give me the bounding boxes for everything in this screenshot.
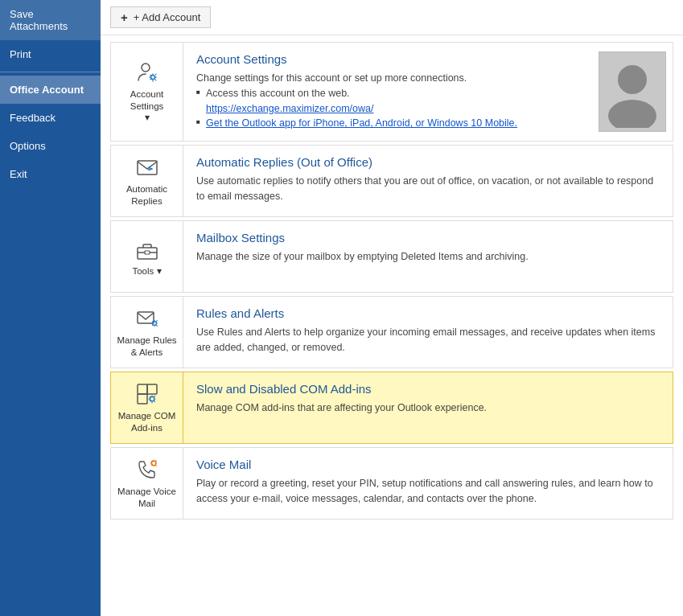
svg-rect-7 bbox=[145, 251, 150, 254]
rules-alerts-icon-box[interactable]: Manage Rules& Alerts bbox=[111, 297, 183, 368]
mailbox-settings-icon-box[interactable]: Tools ▾ bbox=[111, 221, 183, 292]
svg-point-0 bbox=[142, 64, 150, 72]
rules-alerts-card: Manage Rules& Alerts Rules and Alerts Us… bbox=[110, 296, 673, 368]
voice-mail-card: Manage VoiceMail Voice Mail Play or reco… bbox=[110, 447, 673, 519]
profile-photo bbox=[592, 43, 673, 141]
sidebar-divider bbox=[0, 72, 101, 72]
account-settings-icon bbox=[134, 60, 160, 85]
mailbox-settings-body: Mailbox Settings Manage the size of your… bbox=[183, 221, 673, 292]
voice-mail-desc: Play or record a greeting, reset your PI… bbox=[196, 476, 660, 507]
automatic-replies-card: AutomaticReplies Automatic Replies (Out … bbox=[110, 145, 673, 217]
main-content: + + Add Account Account Settings▾ bbox=[101, 0, 683, 616]
sidebar-item-options[interactable]: Options bbox=[0, 132, 101, 160]
svg-rect-4 bbox=[138, 161, 157, 175]
com-addins-card: Manage COMAdd-ins Slow and Disabled COM … bbox=[110, 372, 673, 444]
svg-rect-11 bbox=[147, 384, 157, 394]
mailbox-settings-icon bbox=[134, 236, 160, 262]
mailbox-settings-label: Tools ▾ bbox=[132, 265, 161, 277]
com-addins-label: Manage COMAdd-ins bbox=[118, 410, 176, 434]
account-settings-card: Account Settings▾ Account Settings Chang… bbox=[110, 42, 673, 142]
settings-list: Account Settings▾ Account Settings Chang… bbox=[101, 35, 683, 526]
account-settings-label: Account Settings▾ bbox=[116, 88, 178, 125]
voice-mail-body: Voice Mail Play or record a greeting, re… bbox=[183, 448, 673, 519]
sidebar-item-feedback[interactable]: Feedback bbox=[0, 104, 101, 132]
voice-mail-title: Voice Mail bbox=[196, 458, 660, 471]
mailbox-settings-desc: Manage the size of your mailbox by empty… bbox=[196, 249, 660, 265]
account-settings-icon-box[interactable]: Account Settings▾ bbox=[111, 43, 183, 141]
automatic-replies-icon-box[interactable]: AutomaticReplies bbox=[111, 146, 183, 216]
rules-alerts-label: Manage Rules& Alerts bbox=[117, 335, 176, 359]
voice-mail-label: Manage VoiceMail bbox=[117, 486, 176, 510]
sidebar-item-office-account[interactable]: Office Account bbox=[0, 76, 101, 104]
automatic-replies-body: Automatic Replies (Out of Office) Use au… bbox=[183, 146, 673, 216]
svg-rect-12 bbox=[138, 394, 147, 404]
add-account-button[interactable]: + + Add Account bbox=[110, 6, 211, 28]
automatic-replies-desc: Use automatic replies to notify others t… bbox=[196, 174, 660, 204]
voice-mail-icon bbox=[134, 457, 160, 483]
avatar bbox=[599, 51, 666, 132]
rules-alerts-title: Rules and Alerts bbox=[196, 306, 660, 320]
com-addins-body: Slow and Disabled COM Add-ins Manage COM… bbox=[183, 372, 673, 443]
com-addins-desc: Manage COM add-ins that are affecting yo… bbox=[196, 400, 660, 416]
svg-rect-10 bbox=[138, 384, 147, 394]
rules-alerts-desc: Use Rules and Alerts to help organize yo… bbox=[196, 325, 660, 355]
com-addins-title: Slow and Disabled COM Add-ins bbox=[196, 382, 660, 396]
svg-rect-8 bbox=[138, 312, 154, 323]
owa-link[interactable]: https://exchange.maximizer.com/owa/ bbox=[206, 103, 373, 114]
account-settings-body: Account Settings Change settings for thi… bbox=[183, 43, 592, 141]
svg-point-3 bbox=[608, 100, 656, 128]
automatic-replies-label: AutomaticReplies bbox=[126, 183, 167, 207]
com-addins-icon bbox=[134, 381, 160, 407]
automatic-replies-title: Automatic Replies (Out of Office) bbox=[196, 155, 660, 169]
sidebar: Save Attachments Print Office Account Fe… bbox=[0, 0, 101, 616]
automatic-replies-icon bbox=[134, 154, 160, 180]
plus-icon: + bbox=[121, 10, 128, 24]
outlook-app-link[interactable]: Get the Outlook app for iPhone, iPad, An… bbox=[206, 117, 517, 129]
sidebar-item-exit[interactable]: Exit bbox=[0, 160, 101, 188]
svg-point-2 bbox=[618, 65, 647, 94]
account-settings-title: Account Settings bbox=[196, 52, 579, 66]
voice-mail-icon-box[interactable]: Manage VoiceMail bbox=[111, 448, 183, 519]
rules-alerts-body: Rules and Alerts Use Rules and Alerts to… bbox=[183, 297, 673, 368]
account-settings-desc: Change settings for this account or set … bbox=[196, 71, 579, 131]
sidebar-item-print[interactable]: Print bbox=[0, 40, 101, 68]
add-account-bar: + + Add Account bbox=[101, 0, 683, 35]
com-addins-icon-box[interactable]: Manage COMAdd-ins bbox=[111, 372, 183, 443]
sidebar-item-save-attachments[interactable]: Save Attachments bbox=[0, 0, 101, 40]
mailbox-settings-title: Mailbox Settings bbox=[196, 231, 660, 244]
rules-alerts-icon bbox=[134, 306, 160, 331]
mailbox-settings-card: Tools ▾ Mailbox Settings Manage the size… bbox=[110, 220, 673, 293]
